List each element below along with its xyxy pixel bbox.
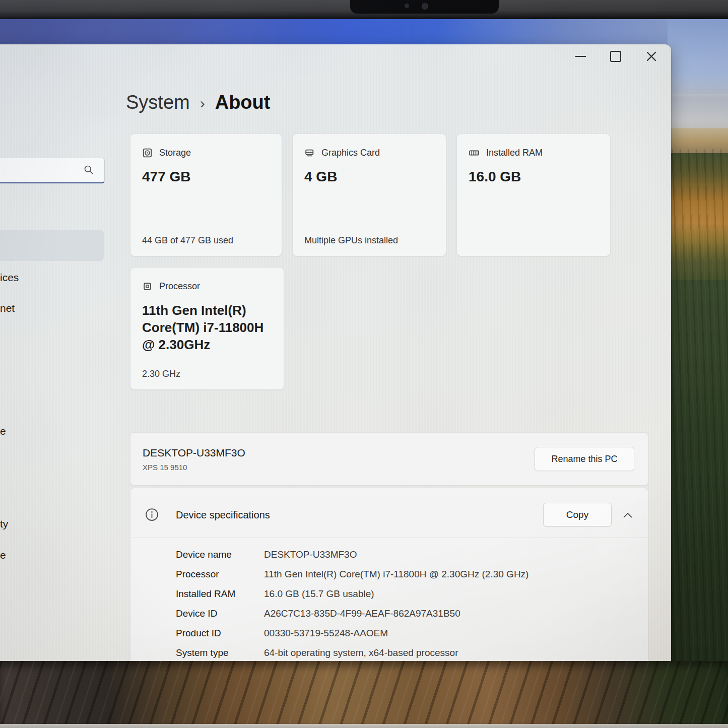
processor-card-footer: 2.30 GHz: [142, 369, 180, 379]
sidebar-item-update[interactable]: e: [0, 549, 6, 562]
sidebar-item-network[interactable]: net: [0, 302, 15, 315]
divider: [130, 538, 648, 538]
spec-rows: Device name DESKTOP-U33MF3O Processor 11…: [176, 545, 629, 661]
close-button[interactable]: [639, 48, 664, 65]
graphics-card-label: Graphics Card: [321, 148, 380, 158]
sidebar-item-devices[interactable]: ices: [0, 271, 19, 284]
breadcrumb-system[interactable]: System: [126, 92, 190, 113]
spec-value: 16.0 GB (15.7 GB usable): [264, 588, 374, 600]
spec-row-processor: Processor 11th Gen Intel(R) Core(TM) i7-…: [176, 564, 629, 584]
ir-sensor-icon: [405, 4, 409, 8]
rename-pc-button[interactable]: Rename this PC: [535, 447, 634, 471]
device-name: DESKTOP-U33MF3O: [143, 447, 245, 459]
breadcrumb-chevron-icon: ›: [200, 94, 205, 112]
wallpaper-tree-texture: [668, 149, 728, 728]
processor-card: Processor 11th Gen Intel(R) Core(TM) i7-…: [130, 267, 284, 390]
settings-search-input[interactable]: [0, 158, 105, 183]
graphics-card-footer: Multiple GPUs installed: [304, 235, 398, 246]
sidebar-item-security[interactable]: ty: [0, 517, 8, 531]
wallpaper-rocks: [0, 661, 728, 724]
minimize-icon: [575, 56, 586, 57]
wallpaper-right-forest: [668, 18, 728, 728]
device-specifications-panel: Device specifications Copy Device name D…: [130, 488, 648, 661]
spec-label: Device name: [176, 549, 264, 560]
device-specifications-title: Device specifications: [176, 509, 270, 521]
sidebar-item-selected[interactable]: [0, 230, 104, 261]
page-title: About: [215, 92, 271, 113]
breadcrumb: System › About: [126, 92, 270, 113]
spec-row-installed-ram: Installed RAM 16.0 GB (15.7 GB usable): [176, 584, 629, 604]
minimize-button[interactable]: [568, 48, 592, 65]
spec-value: A26C7C13-835D-4F99-AEAF-862A97A31B50: [264, 608, 460, 619]
spec-label: Device ID: [176, 608, 264, 619]
search-icon: [83, 164, 94, 175]
wallpaper-sky: [0, 18, 728, 46]
hard-drive-icon: [142, 148, 153, 158]
device-name-panel: DESKTOP-U33MF3O XPS 15 9510 Rename this …: [130, 432, 648, 486]
storage-card-footer: 44 GB of 477 GB used: [142, 235, 233, 246]
sidebar-item-language[interactable]: e: [0, 425, 6, 438]
spec-label: Processor: [176, 569, 264, 580]
processor-card-value: 11th Gen Intel(R) Core(TM) i7-11800H @ 2…: [142, 302, 274, 353]
close-icon: [645, 50, 657, 62]
laptop-chassis-edge: [0, 724, 728, 728]
maximize-icon: [610, 51, 621, 62]
chevron-up-icon: [623, 512, 632, 518]
spec-label: Installed RAM: [176, 588, 264, 600]
installed-ram-label: Installed RAM: [486, 148, 543, 158]
storage-card-label: Storage: [159, 148, 191, 158]
copy-button[interactable]: Copy: [543, 503, 612, 526]
webcam-notch: [350, 0, 499, 14]
spec-row-device-name: Device name DESKTOP-U33MF3O: [176, 545, 629, 564]
spec-row-system-type: System type 64-bit operating system, x64…: [176, 643, 629, 661]
installed-ram-value: 16.0 GB: [469, 168, 521, 185]
storage-card: Storage 477 GB 44 GB of 477 GB used: [130, 134, 282, 256]
spec-row-product-id: Product ID 00330-53719-55248-AAOEM: [176, 623, 629, 643]
graphics-card-value: 4 GB: [304, 168, 337, 185]
graphics-card-card: Graphics Card 4 GB Multiple GPUs install…: [292, 134, 446, 256]
spec-value: 64-bit operating system, x64-based proce…: [264, 647, 458, 658]
installed-ram-card: Installed RAM 16.0 GB: [456, 134, 611, 256]
webcam-lens-icon: [422, 3, 428, 10]
maximize-button[interactable]: [604, 48, 628, 65]
spec-value: 11th Gen Intel(R) Core(TM) i7-11800H @ 2…: [264, 569, 528, 580]
spec-row-device-id: Device ID A26C7C13-835D-4F99-AEAF-862A97…: [176, 604, 629, 623]
spec-value: DESKTOP-U33MF3O: [264, 549, 357, 560]
laptop-photo-scene: ices net e ty e System › About Storage 4…: [0, 0, 728, 728]
storage-card-value: 477 GB: [142, 168, 191, 185]
gpu-icon: [304, 148, 315, 158]
processor-card-label: Processor: [159, 281, 200, 292]
collapse-section-button[interactable]: [617, 505, 639, 525]
spec-value: 00330-53719-55248-AAOEM: [264, 628, 388, 639]
info-icon: [145, 508, 159, 521]
spec-label: System type: [176, 647, 264, 658]
ram-icon: [469, 148, 480, 158]
device-model: XPS 15 9510: [143, 463, 187, 472]
cpu-icon: [142, 281, 153, 292]
spec-label: Product ID: [176, 628, 264, 639]
